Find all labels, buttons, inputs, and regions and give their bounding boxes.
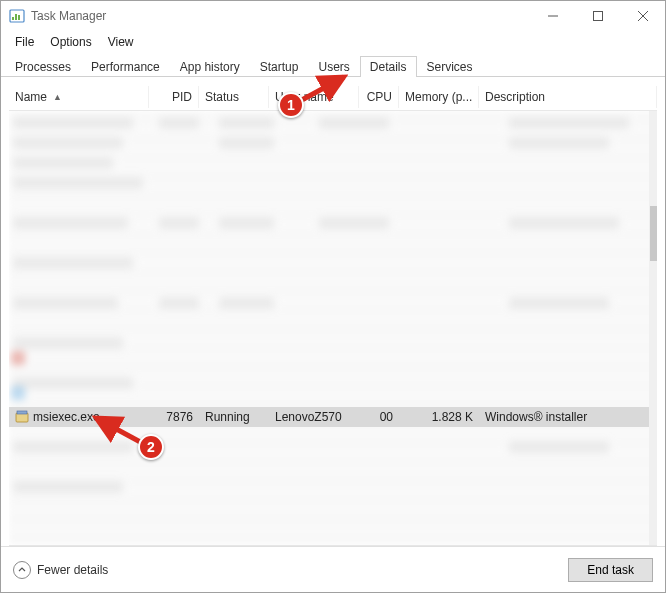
fewer-details-label: Fewer details (37, 563, 108, 577)
column-header-cpu[interactable]: CPU (359, 86, 399, 108)
menu-options[interactable]: Options (42, 33, 99, 51)
svg-rect-3 (18, 15, 20, 20)
cell-memory: 1.828 K (399, 410, 479, 424)
cell-pid: 7876 (149, 410, 199, 424)
blurred-rows (9, 111, 657, 545)
end-task-button[interactable]: End task (568, 558, 653, 582)
annotation-callout-1: 1 (278, 92, 304, 118)
tab-processes[interactable]: Processes (5, 56, 81, 77)
scrollbar-thumb[interactable] (650, 206, 657, 261)
svg-rect-9 (17, 411, 27, 414)
column-header-status[interactable]: Status (199, 86, 269, 108)
column-header-pid[interactable]: PID (149, 86, 199, 108)
fewer-details-button[interactable]: Fewer details (13, 561, 108, 579)
tab-services[interactable]: Services (417, 56, 483, 77)
tab-details[interactable]: Details (360, 56, 417, 77)
footer-bar: Fewer details End task (1, 546, 665, 592)
annotation-callout-2: 2 (138, 434, 164, 460)
svg-rect-5 (593, 12, 602, 21)
cell-description: Windows® installer (479, 410, 657, 424)
column-header-name[interactable]: Name ▲ (9, 86, 149, 108)
annotation-arrow-1 (296, 73, 350, 105)
msiexec-icon (15, 410, 29, 424)
chevron-up-icon (13, 561, 31, 579)
menu-file[interactable]: File (7, 33, 42, 51)
svg-line-10 (300, 77, 344, 101)
menu-bar: File Options View (1, 31, 665, 53)
app-icon (9, 8, 25, 24)
minimize-button[interactable] (530, 1, 575, 31)
close-button[interactable] (620, 1, 665, 31)
cell-user: LenovoZ570 (269, 410, 359, 424)
svg-line-11 (96, 418, 144, 444)
sort-ascending-icon: ▲ (53, 92, 62, 102)
svg-rect-8 (16, 413, 28, 422)
window-title: Task Manager (31, 9, 530, 23)
cell-cpu: 00 (359, 410, 399, 424)
task-manager-window: Task Manager File Options View Processes… (0, 0, 666, 593)
details-table[interactable]: msiexec.exe 7876 Running LenovoZ570 00 1… (9, 111, 657, 546)
column-header-name-label: Name (15, 90, 47, 104)
tab-performance[interactable]: Performance (81, 56, 170, 77)
cell-status: Running (199, 410, 269, 424)
scrollbar-track[interactable] (649, 111, 657, 545)
svg-rect-1 (12, 17, 14, 20)
maximize-button[interactable] (575, 1, 620, 31)
menu-view[interactable]: View (100, 33, 142, 51)
tab-app-history[interactable]: App history (170, 56, 250, 77)
column-header-memory[interactable]: Memory (p... (399, 86, 479, 108)
svg-rect-2 (15, 14, 17, 20)
title-bar: Task Manager (1, 1, 665, 31)
column-header-description[interactable]: Description (479, 86, 657, 108)
